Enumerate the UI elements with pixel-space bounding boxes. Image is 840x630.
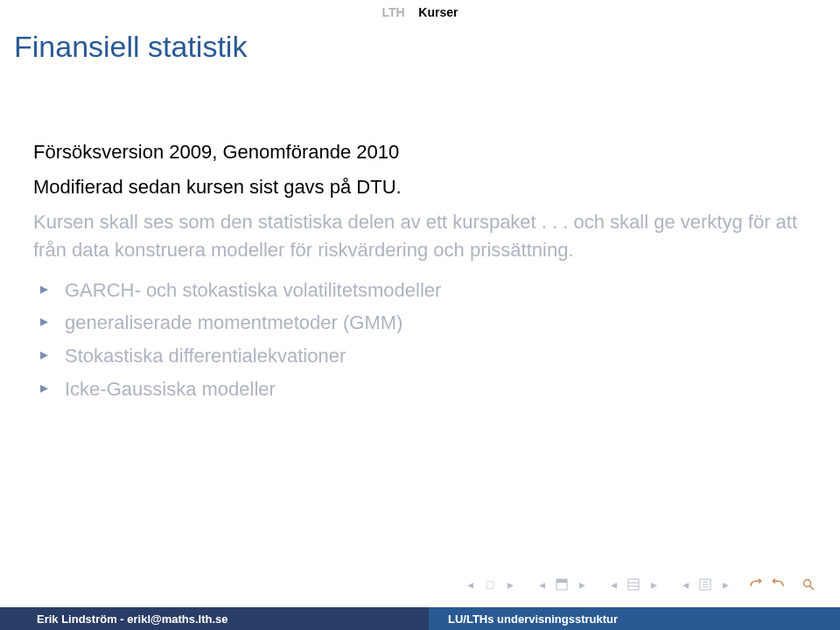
- svg-point-9: [804, 580, 811, 587]
- prev-slide-icon[interactable]: ◂: [461, 578, 479, 592]
- list-item: Stokastiska differentialekvationer: [65, 342, 807, 370]
- footer-author: Erik Lindström - erikl@maths.lth.se: [0, 607, 429, 630]
- list-item: Icke-Gaussiska modeller: [65, 375, 807, 403]
- bullet-list: GARCH- och stokastiska volatilitetsmodel…: [33, 276, 807, 404]
- nav-slide-group: ◂ □ ▸: [461, 578, 519, 592]
- prev-subsection-icon[interactable]: ◂: [605, 578, 622, 592]
- prev-frame-icon[interactable]: ◂: [533, 578, 550, 592]
- appendix-icon: [696, 578, 714, 592]
- nav-back-forward-group: [748, 578, 786, 592]
- nav-subsection-group: ◂ ▸: [605, 578, 662, 592]
- go-forward-icon[interactable]: [768, 578, 786, 592]
- breadcrumb-current: Kurser: [418, 5, 458, 19]
- svg-rect-1: [556, 579, 567, 583]
- body-paragraph: Modifierad sedan kursen sist gavs på DTU…: [33, 173, 807, 201]
- search-icon[interactable]: [800, 578, 817, 592]
- slide-body: Försöksversion 2009, Genomförande 2010 M…: [33, 138, 807, 409]
- nav-search-group: [800, 578, 817, 592]
- breadcrumb-dim: LTH: [382, 5, 405, 19]
- nav-appendix-group: ◂ ▸: [676, 578, 734, 592]
- footer: Erik Lindström - erikl@maths.lth.se LU/L…: [0, 607, 840, 630]
- slide-nav: ◂ □ ▸ ◂ ▸ ◂ ▸ ◂ ▸: [461, 574, 817, 595]
- list-item: generaliserade momentmetoder (GMM): [65, 309, 807, 337]
- breadcrumb: LTH Kurser: [0, 5, 840, 19]
- next-subsection-icon[interactable]: ▸: [645, 578, 662, 592]
- nav-frame-group: ◂ ▸: [533, 578, 591, 592]
- next-slide-icon[interactable]: ▸: [501, 578, 519, 592]
- slide-icon: □: [481, 578, 499, 592]
- body-paragraph: Försöksversion 2009, Genomförande 2010: [33, 138, 807, 166]
- next-frame-icon[interactable]: ▸: [573, 578, 591, 592]
- subsection-icon: [625, 578, 642, 592]
- go-back-icon[interactable]: [748, 578, 766, 592]
- frame-icon: [553, 578, 570, 592]
- svg-rect-2: [628, 579, 639, 590]
- footer-title: LU/LTHs undervisningsstruktur: [429, 607, 840, 630]
- prev-appendix-icon[interactable]: ◂: [676, 578, 694, 592]
- next-appendix-icon[interactable]: ▸: [717, 578, 734, 592]
- svg-line-10: [810, 586, 815, 591]
- page-title: Finansiell statistik: [14, 30, 247, 64]
- body-paragraph-dim: Kursen skall ses som den statistiska del…: [33, 208, 807, 264]
- list-item: GARCH- och stokastiska volatilitetsmodel…: [65, 276, 807, 304]
